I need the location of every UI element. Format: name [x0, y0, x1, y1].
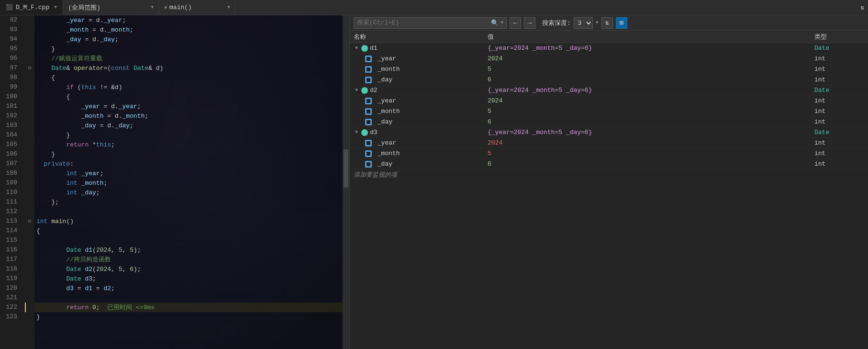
grid-button[interactable]: ⊞: [616, 17, 627, 29]
code-editor-panel: 92 93 94 95 96 97 98 99 100 101 102 103 …: [0, 15, 349, 349]
ln-94: 94: [0, 34, 21, 44]
col-header-value: 值: [484, 33, 811, 41]
gutter-123: [25, 312, 34, 322]
ln-108: 108: [0, 169, 21, 178]
file-tab[interactable]: ⬛ D_M_F.cpp ▼: [0, 0, 63, 15]
add-watch-row[interactable]: 添加要监视的项: [350, 169, 868, 180]
watch-cell-d2-month-value: 5: [484, 108, 811, 115]
ln-120: 120: [0, 283, 21, 293]
watch-row-d1-month[interactable]: _month 5 int: [350, 64, 868, 75]
gutter-107: [25, 159, 34, 169]
watch-table-header: 名称 值 类型: [350, 31, 868, 43]
watch-row-d3[interactable]: ▼ d3 {_year=2024 _month=5 _day=6} Date: [350, 127, 868, 138]
watch-row-d3-year[interactable]: _year 2024 int: [350, 138, 868, 148]
watch-cell-d3-month-name: _month: [350, 150, 484, 157]
code-area: 92 93 94 95 96 97 98 99 100 101 102 103 …: [0, 15, 349, 349]
code-line-107: private:: [34, 159, 343, 169]
watch-cell-d2-value: {_year=2024 _month=5 _day=6}: [484, 87, 811, 94]
col-header-name: 名称: [350, 33, 484, 41]
d1-year-label: _year: [374, 55, 396, 62]
main-layout: 92 93 94 95 96 97 98 99 100 101 102 103 …: [0, 15, 868, 349]
watch-row-d2-month[interactable]: _month 5 int: [350, 106, 868, 117]
gutter-105: [25, 140, 34, 149]
ln-99: 99: [0, 82, 21, 92]
gutter-101: [25, 101, 34, 111]
d1-name-label: d1: [370, 45, 378, 52]
depth-select[interactable]: 3 1 2 4 5: [574, 17, 593, 29]
code-line-99: if (this != &d): [34, 82, 343, 92]
swap-button[interactable]: ⇅: [857, 0, 868, 15]
search-depth-label: 搜索深度:: [542, 19, 571, 27]
gutter-92: [25, 15, 34, 25]
code-line-108: int _year;: [34, 169, 343, 178]
gutter-112: [25, 207, 34, 216]
watch-cell-d3-month-value: 5: [484, 150, 811, 157]
watch-row-d2-year[interactable]: _year 2024 int: [350, 96, 868, 106]
watch-cell-d1-day-name: _day: [350, 76, 484, 83]
watch-cell-d1-value: {_year=2024 _month=5 _day=6}: [484, 45, 811, 52]
ln-98: 98: [0, 73, 21, 82]
watch-cell-d3-day-value: 6: [484, 160, 811, 168]
watch-cell-d1-year-type: int: [811, 55, 868, 62]
vertical-scrollbar[interactable]: [343, 15, 349, 349]
gutter-108: [25, 169, 34, 178]
line-numbers: 92 93 94 95 96 97 98 99 100 101 102 103 …: [0, 15, 25, 349]
watch-row-d2-day[interactable]: _day 6 int: [350, 117, 868, 127]
d3-month-var-icon: [365, 150, 372, 157]
d3-name-label: d3: [370, 129, 378, 136]
d2-obj-icon: [361, 87, 368, 94]
ln-103: 103: [0, 121, 21, 130]
code-line-109: int _month;: [34, 178, 343, 188]
d2-year-var-icon: [365, 98, 372, 104]
d1-expand-icon[interactable]: ▼: [354, 45, 359, 51]
function-icon: ⚡: [164, 4, 167, 11]
code-line-95: }: [34, 44, 343, 54]
code-line-113: int main(): [34, 216, 343, 226]
gutter-116: [25, 245, 34, 255]
search-input[interactable]: [357, 19, 489, 26]
ln-123: 123: [0, 312, 21, 322]
gutter-98: [25, 73, 34, 82]
fold-113[interactable]: ⊟: [25, 216, 34, 226]
watch-row-d1[interactable]: ▼ d1 {_year=2024 _month=5 _day=6} Date: [350, 43, 868, 54]
code-scroll-area[interactable]: 92 93 94 95 96 97 98 99 100 101 102 103 …: [0, 15, 349, 349]
ln-100: 100: [0, 92, 21, 101]
gutter-120: [25, 283, 34, 293]
tab-dropdown-arrow: ▼: [54, 5, 57, 10]
watch-row-d1-year[interactable]: _year 2024 int: [350, 54, 868, 64]
watch-row-d3-day[interactable]: _day 6 int: [350, 159, 868, 169]
search-box[interactable]: 🔍 ▼: [354, 17, 507, 29]
cpp-icon: ⬛: [6, 4, 13, 11]
nav-forward-button[interactable]: →: [524, 17, 535, 29]
watch-row-d1-day[interactable]: _day 6 int: [350, 75, 868, 85]
watch-cell-d2-year-type: int: [811, 97, 868, 104]
search-dropdown-arrow[interactable]: ▼: [501, 20, 503, 25]
code-content[interactable]: _year = d._year; _month = d._month; _day…: [34, 15, 343, 349]
watch-row-d3-month[interactable]: _month 5 int: [350, 148, 868, 159]
scrollbar-thumb[interactable]: [344, 149, 348, 188]
watch-cell-d3-name: ▼ d3: [350, 129, 484, 136]
search-icon: 🔍: [491, 19, 499, 27]
d1-month-label: _month: [374, 66, 400, 73]
ln-110: 110: [0, 188, 21, 197]
scope-dropdown[interactable]: (全局范围) ▼: [63, 0, 159, 15]
nav-back-button[interactable]: ←: [510, 17, 521, 29]
col-header-type: 类型: [811, 33, 868, 41]
fold-97[interactable]: ⊟: [25, 63, 34, 73]
watch-table: 名称 值 类型 ▼ d1 {_year=2024 _month=5 _day=6…: [350, 31, 868, 349]
ln-114: 114: [0, 226, 21, 236]
function-label: main(): [169, 4, 192, 11]
function-dropdown[interactable]: ⚡ main() ▼: [159, 0, 235, 15]
watch-cell-d1-month-name: _month: [350, 66, 484, 73]
code-line-122: return 0; 已用时间 <=9ms: [34, 303, 343, 312]
d3-expand-icon[interactable]: ▼: [354, 130, 359, 135]
watch-row-d2[interactable]: ▼ d2 {_year=2024 _month=5 _day=6} Date: [350, 85, 868, 96]
gutter-122: [25, 303, 34, 312]
ln-92: 92: [0, 15, 21, 25]
code-line-93: _month = d._month;: [34, 25, 343, 34]
d2-expand-icon[interactable]: ▼: [354, 88, 359, 93]
gutter-94: [25, 34, 34, 44]
pin-button[interactable]: ⇅: [601, 17, 613, 29]
d2-day-var-icon: [365, 119, 372, 125]
watch-cell-d1-year-name: _year: [350, 55, 484, 62]
